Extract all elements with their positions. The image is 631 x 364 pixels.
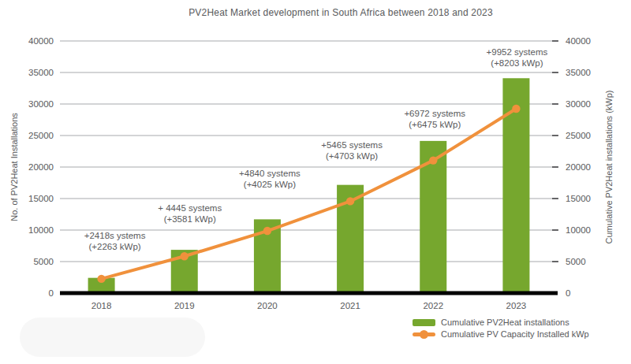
capacity-line	[102, 109, 517, 279]
x-axis-label-2018: 2018	[91, 301, 112, 310]
annotation-systems-2018: +2418s ystems	[84, 231, 146, 240]
annotation-kwp-2021: (+4703 kWp)	[326, 151, 378, 161]
left-axis-tick-label: 5000	[33, 257, 54, 266]
annotation-kwp-2018: (+2263 kWp)	[89, 242, 141, 251]
x-axis-label-2020: 2020	[257, 301, 278, 310]
capacity-point-2022	[429, 156, 437, 164]
capacity-point-2023	[512, 105, 520, 113]
annotation-systems-2021: +5465 systems	[321, 140, 383, 150]
right-axis-title: Cumulative PV2Heat installations (kWp)	[604, 90, 614, 243]
capacity-point-2018	[97, 275, 105, 283]
left-axis-title: No. of PV2Heat Installations	[9, 113, 19, 221]
annotation-systems-2023: +9952 systems	[487, 47, 548, 57]
right-axis-tick-label: 20000	[566, 162, 591, 172]
annotation-systems-2022: +6972 systems	[404, 109, 465, 118]
x-axis-label-2021: 2021	[340, 301, 360, 310]
legend-label-capacity: Cumulative PV Capacity Installed kWp	[441, 329, 589, 339]
legend-item-capacity: Cumulative PV Capacity Installed kWp	[413, 329, 589, 339]
annotation-kwp-2019: (+3581 kWp)	[164, 214, 216, 224]
right-axis-tick-label: 0	[566, 288, 570, 298]
left-axis-tick-label: 10000	[28, 225, 54, 235]
legend-label-installations: Cumulative PV2Heat installations	[441, 318, 569, 327]
left-axis-tick-label: 20000	[28, 162, 54, 172]
left-axis-tick-label: 30000	[28, 99, 54, 109]
capacity-point-2019	[181, 252, 189, 260]
x-axis-label-2023: 2023	[506, 301, 527, 310]
right-axis-tick-label: 5000	[566, 257, 586, 266]
left-axis-tick-label: 25000	[28, 131, 54, 140]
left-axis-tick-label: 15000	[28, 194, 54, 203]
left-axis-tick-label: 40000	[28, 36, 54, 46]
chart-plot-area: 0050005000100001000015000150002000020000…	[0, 0, 631, 364]
x-axis-label-2019: 2019	[174, 301, 195, 310]
right-axis-tick-label: 30000	[566, 99, 591, 109]
annotation-kwp-2023: (+8203 kWp)	[491, 58, 543, 68]
left-axis-tick-label: 35000	[28, 68, 54, 77]
annotation-systems-2019: + 4445 systems	[158, 203, 222, 213]
capacity-point-2021	[346, 197, 354, 205]
right-axis-tick-label: 35000	[566, 68, 591, 77]
legend-line-dot-swatch-icon	[413, 332, 435, 336]
annotation-systems-2020: +4840 systems	[239, 169, 301, 178]
chart-canvas: PV2Heat Market development in South Afri…	[0, 0, 631, 364]
x-axis-line	[60, 292, 558, 295]
x-axis-label-2022: 2022	[423, 301, 443, 310]
right-axis-tick-label: 15000	[566, 194, 591, 203]
right-axis-tick-label: 10000	[566, 225, 591, 235]
legend: Cumulative PV2Heat installations Cumulat…	[413, 318, 589, 339]
right-axis-tick-label: 40000	[566, 36, 591, 46]
capacity-point-2020	[263, 227, 271, 235]
right-axis-tick-label: 25000	[566, 131, 591, 140]
watermark-blob	[20, 318, 205, 357]
legend-bar-swatch-icon	[413, 319, 435, 326]
annotation-kwp-2020: (+4025 kWp)	[244, 180, 296, 189]
legend-item-installations: Cumulative PV2Heat installations	[413, 318, 589, 327]
annotation-kwp-2022: (+6475 kWp)	[409, 120, 461, 129]
left-axis-tick-label: 0	[49, 288, 54, 298]
